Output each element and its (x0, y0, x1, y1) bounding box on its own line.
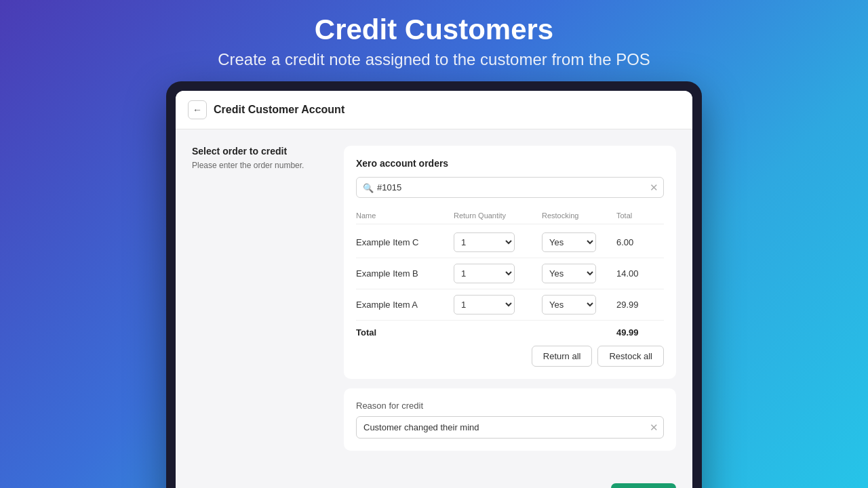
item-name-0: Example Item C (356, 237, 454, 247)
qty-wrapper-2: 1 2 3 (454, 295, 542, 314)
col-total: Total (616, 211, 664, 220)
tablet-screen: ← Credit Customer Account Select order t… (176, 91, 692, 488)
table-row: Example Item C 1 2 3 Yes No 6.00 (356, 227, 664, 258)
col-name: Name (356, 211, 454, 220)
items-table: Name Return Quantity Restocking Total Ex… (356, 207, 664, 367)
reason-card: Reason for credit ✕ (344, 388, 676, 451)
reason-clear-icon[interactable]: ✕ (650, 422, 658, 434)
search-wrapper: 🔍 ✕ (356, 177, 664, 198)
table-row: Example Item B 1 2 3 Yes No 14.00 (356, 258, 664, 289)
app-content: Select order to credit Please enter the … (176, 129, 692, 476)
qty-select-0[interactable]: 1 2 3 (454, 232, 515, 252)
reason-label: Reason for credit (356, 401, 664, 411)
page-subtitle: Create a credit note assigned to the cus… (218, 50, 650, 69)
tablet-frame: ← Credit Customer Account Select order t… (166, 81, 702, 488)
table-header: Name Return Quantity Restocking Total (356, 207, 664, 224)
item-name-2: Example Item A (356, 300, 454, 310)
search-clear-icon[interactable]: ✕ (650, 182, 658, 194)
restock-select-1[interactable]: Yes No (542, 264, 596, 283)
item-total-2: 29.99 (616, 300, 664, 310)
total-label: Total (356, 327, 454, 338)
qty-wrapper-0: 1 2 3 (454, 232, 542, 252)
qty-wrapper-1: 1 2 3 (454, 264, 542, 283)
item-rows-container: Example Item C 1 2 3 Yes No 6.00 Example… (356, 227, 664, 321)
qty-select-2[interactable]: 1 2 3 (454, 295, 515, 314)
left-panel-title: Select order to credit (192, 146, 328, 157)
search-icon: 🔍 (363, 182, 374, 192)
app-header-title: Credit Customer Account (214, 104, 344, 116)
restock-wrapper-1: Yes No (542, 264, 616, 283)
right-panel: Xero account orders 🔍 ✕ Name Return Quan… (344, 146, 676, 460)
left-panel-desc: Please enter the order number. (192, 161, 328, 170)
xero-orders-card: Xero account orders 🔍 ✕ Name Return Quan… (344, 146, 676, 379)
totals-row: Total 49.99 (356, 321, 664, 340)
item-total-0: 6.00 (616, 237, 664, 247)
col-qty: Return Quantity (454, 211, 542, 220)
credit-button[interactable]: Credit (611, 483, 676, 488)
total-value: 49.99 (616, 327, 664, 338)
item-name-1: Example Item B (356, 268, 454, 279)
table-row: Example Item A 1 2 3 Yes No 29.99 (356, 289, 664, 321)
restock-wrapper-0: Yes No (542, 232, 616, 252)
order-search-input[interactable] (356, 177, 664, 198)
app-header: ← Credit Customer Account (176, 91, 692, 129)
restock-select-2[interactable]: Yes No (542, 295, 596, 314)
page-title: Credit Customers (315, 14, 553, 46)
restock-all-button[interactable]: Restock all (597, 346, 664, 367)
restock-wrapper-2: Yes No (542, 295, 616, 314)
qty-select-1[interactable]: 1 2 3 (454, 264, 515, 283)
item-total-1: 14.00 (616, 268, 664, 279)
left-panel: Select order to credit Please enter the … (192, 146, 328, 460)
reason-input[interactable] (356, 416, 664, 439)
return-all-button[interactable]: Return all (532, 346, 593, 367)
action-buttons: Return all Restock all (356, 340, 664, 367)
back-button[interactable]: ← (188, 100, 207, 119)
col-restock: Restocking (542, 211, 616, 220)
restock-select-0[interactable]: Yes No (542, 232, 596, 252)
reason-input-wrap: ✕ (356, 416, 664, 439)
back-icon: ← (193, 104, 202, 115)
footer-bar: Credit (176, 476, 692, 488)
xero-orders-title: Xero account orders (356, 158, 664, 169)
